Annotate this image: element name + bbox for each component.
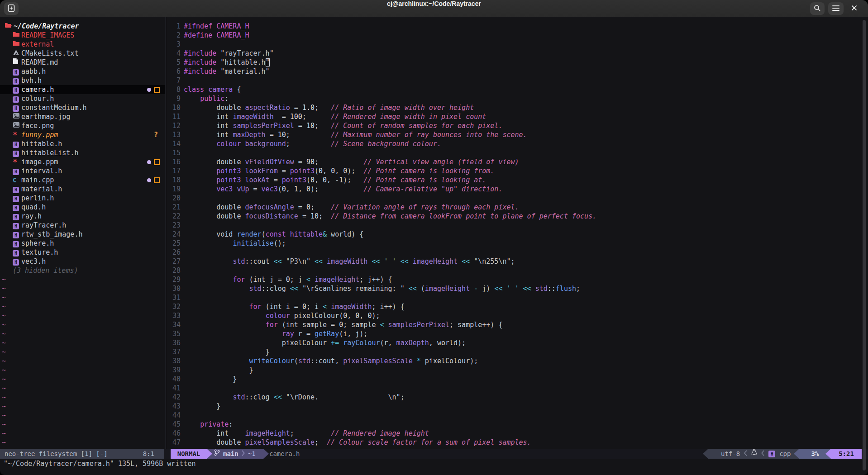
- tree-item-readme-md[interactable]: README.md: [0, 58, 165, 67]
- code-line-5[interactable]: 5#include "hittable.h": [166, 58, 868, 67]
- code-editor[interactable]: 1#ifndef CAMERA_H2#define CAMERA_H34#inc…: [166, 17, 868, 449]
- code-line-40[interactable]: 40 }: [166, 375, 868, 384]
- search-button[interactable]: [810, 2, 825, 15]
- code-line-17[interactable]: 17 point3 lookFrom = point3(0, 0, 0); //…: [166, 166, 868, 176]
- code-line-46[interactable]: 46 int imageHeight; // Rendered image he…: [166, 429, 868, 438]
- tree-hidden-items-note[interactable]: (3 hidden items): [0, 266, 165, 275]
- code-line-12[interactable]: 12 int samplesPerPixel = 10; // Count of…: [166, 121, 868, 130]
- code-line-8[interactable]: 8class camera {: [166, 85, 868, 94]
- code-line-3[interactable]: 3: [166, 40, 868, 49]
- tree-item--code-raytracer[interactable]: ~/Code/Raytracer: [0, 22, 165, 31]
- code-line-34[interactable]: 34 for (int sample = 0; sample < samples…: [166, 320, 868, 329]
- code-line-44[interactable]: 44: [166, 411, 868, 420]
- code-line-36[interactable]: 36 pixelColour += rayColour(r, maxDepth,…: [166, 338, 868, 347]
- code-line-14[interactable]: 14 colour background; // Scene backgroun…: [166, 139, 868, 148]
- menu-button[interactable]: [828, 2, 844, 15]
- tree-item-external[interactable]: external: [0, 40, 165, 49]
- line-number: 29: [166, 275, 181, 284]
- tree-item-camera-h[interactable]: Hcamera.h: [0, 85, 165, 94]
- code-line-20[interactable]: 20: [166, 194, 868, 203]
- code-line-39[interactable]: 39 }: [166, 366, 868, 375]
- code-line-33[interactable]: 33 colour pixelColour(0, 0, 0);: [166, 311, 868, 320]
- code-line-21[interactable]: 21 double defocusAngle = 0; // Variation…: [166, 203, 868, 212]
- code-text: initialise();: [184, 239, 286, 248]
- code-line-26[interactable]: 26: [166, 248, 868, 257]
- code-line-31[interactable]: 31: [166, 293, 868, 302]
- code-text: private:: [184, 420, 233, 429]
- tree-item-hittablelist-h[interactable]: HhittableList.h: [0, 148, 165, 157]
- file-tree-panel[interactable]: ~/Code/RaytracerREADME_IMAGESexternalCMa…: [0, 17, 165, 449]
- tree-item-raytracer-h[interactable]: HrayTracer.h: [0, 221, 165, 230]
- tree-item-sphere-h[interactable]: Hsphere.h: [0, 239, 165, 248]
- tree-item-constantmedium-h[interactable]: HconstantMedium.h: [0, 103, 165, 112]
- code-line-16[interactable]: 16 double vFieldOfView = 90; // Vertical…: [166, 157, 868, 166]
- code-line-1[interactable]: 1#ifndef CAMERA_H: [166, 22, 868, 31]
- code-line-18[interactable]: 18 point3 lookAt = point3(0, 0, -1); // …: [166, 176, 868, 185]
- line-number: 1: [166, 22, 181, 31]
- code-line-30[interactable]: 30 std::clog << "\rScanlines remaining: …: [166, 284, 868, 293]
- tree-item-bvh-h[interactable]: Hbvh.h: [0, 76, 165, 85]
- code-line-24[interactable]: 24 void render(const hittable& world) {: [166, 230, 868, 239]
- code-line-11[interactable]: 11 int imageWidth = 100; // Rendered ima…: [166, 112, 868, 121]
- header-file-icon: H: [13, 203, 21, 212]
- code-line-28[interactable]: 28: [166, 266, 868, 275]
- line-number: 8: [166, 85, 181, 94]
- code-text: for (int j = 0; j < imageHeight; j++) {: [184, 275, 392, 284]
- code-line-37[interactable]: 37 }: [166, 347, 868, 356]
- file-name: image.ppm: [21, 157, 58, 166]
- cpp-file-icon: C: [13, 176, 21, 185]
- code-line-6[interactable]: 6#include "material.h": [166, 67, 868, 76]
- code-line-45[interactable]: 45 private:: [166, 420, 868, 429]
- tree-item-image-ppm[interactable]: *image.ppm: [0, 157, 165, 166]
- code-line-35[interactable]: 35 ray r = getRay(i, j);: [166, 329, 868, 338]
- code-line-19[interactable]: 19 vec3 vUp = vec3(0, 1, 0); // Camera-r…: [166, 185, 868, 194]
- code-line-29[interactable]: 29 for (int j = 0; j < imageHeight; j++)…: [166, 275, 868, 284]
- tree-item-texture-h[interactable]: Htexture.h: [0, 248, 165, 257]
- tree-item-face-png[interactable]: face.png: [0, 121, 165, 130]
- tree-item-colour-h[interactable]: Hcolour.h: [0, 94, 165, 103]
- code-line-47[interactable]: 47 double pixelSamplesScale; // Colour s…: [166, 438, 868, 447]
- code-line-13[interactable]: 13 int maxDepth = 10; // Maximum number …: [166, 130, 868, 139]
- code-line-32[interactable]: 32 for (int i = 0; i < imageWidth; i++) …: [166, 302, 868, 311]
- code-line-7[interactable]: 7: [166, 76, 868, 85]
- code-line-38[interactable]: 38 writeColour(std::cout, pixelSamplesSc…: [166, 356, 868, 366]
- tree-item-vec3-h[interactable]: Hvec3.h: [0, 257, 165, 266]
- code-line-25[interactable]: 25 initialise();: [166, 239, 868, 248]
- tree-item-interval-h[interactable]: Hinterval.h: [0, 166, 165, 176]
- code-line-41[interactable]: 41: [166, 384, 868, 393]
- code-line-23[interactable]: 23: [166, 221, 868, 230]
- code-line-9[interactable]: 9 public:: [166, 94, 868, 103]
- code-line-10[interactable]: 10 double aspectRatio = 1.0; // Ratio of…: [166, 103, 868, 112]
- code-line-4[interactable]: 4#include "rayTracer.h": [166, 49, 868, 58]
- git-segment: main ~1: [207, 449, 263, 459]
- tilde-empty-line: ~: [0, 275, 165, 284]
- tree-item-material-h[interactable]: Hmaterial.h: [0, 185, 165, 194]
- tree-item-earthmap-jpg[interactable]: earthmap.jpg: [0, 112, 165, 121]
- code-line-27[interactable]: 27 std::cout << "P3\n" << imageWidth << …: [166, 257, 868, 266]
- line-number: 40: [166, 375, 181, 384]
- tree-item-readme-images[interactable]: README_IMAGES: [0, 31, 165, 40]
- close-button[interactable]: [847, 2, 861, 15]
- tilde-empty-line: ~: [0, 320, 165, 329]
- header-file-icon: H: [13, 248, 21, 257]
- code-line-22[interactable]: 22 double focusDistance = 10; // Distanc…: [166, 212, 868, 221]
- tree-item-quad-h[interactable]: Hquad.h: [0, 203, 165, 212]
- file-name: bvh.h: [21, 76, 42, 85]
- code-line-15[interactable]: 15: [166, 148, 868, 157]
- tree-item-main-cpp[interactable]: Cmain.cpp: [0, 176, 165, 185]
- code-line-43[interactable]: 43 }: [166, 402, 868, 411]
- tree-item-rtw-stb-image-h[interactable]: Hrtw_stb_image.h: [0, 230, 165, 239]
- code-line-42[interactable]: 42 std::clog << "\rDone. \n";: [166, 393, 868, 402]
- code-line-2[interactable]: 2#define CAMERA_H: [166, 31, 868, 40]
- tree-item-perlin-h[interactable]: Hperlin.h: [0, 194, 165, 203]
- code-text: std::cout << "P3\n" << imageWidth << ' '…: [184, 257, 515, 266]
- tree-item-funny-ppm[interactable]: *funny.ppm?: [0, 130, 165, 139]
- file-name: ray.h: [21, 212, 42, 221]
- tree-item-aabb-h[interactable]: Haabb.h: [0, 67, 165, 76]
- scrollbar[interactable]: [863, 20, 866, 470]
- tree-item-ray-h[interactable]: Hray.h: [0, 212, 165, 221]
- tree-item-hittable-h[interactable]: Hhittable.h: [0, 139, 165, 148]
- tree-item-cmakelists-txt[interactable]: CMakeLists.txt: [0, 49, 165, 58]
- file-name: README.md: [21, 58, 58, 67]
- line-number: 39: [166, 366, 181, 375]
